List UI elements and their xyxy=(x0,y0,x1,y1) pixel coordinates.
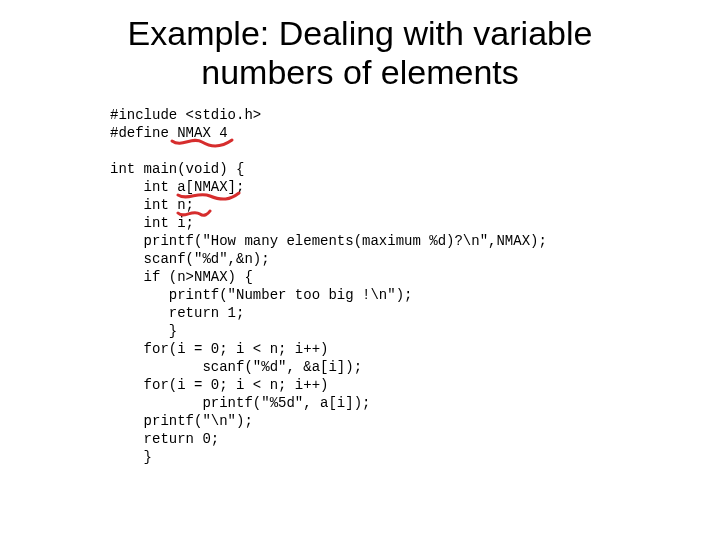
title-line-1: Example: Dealing with variable xyxy=(128,14,593,52)
slide-title: Example: Dealing with variable numbers o… xyxy=(40,14,680,92)
slide: Example: Dealing with variable numbers o… xyxy=(0,0,720,540)
code-block-wrap: #include <stdio.h> #define NMAX 4 int ma… xyxy=(110,106,670,466)
code-block: #include <stdio.h> #define NMAX 4 int ma… xyxy=(110,106,670,466)
title-line-2: numbers of elements xyxy=(201,53,519,91)
